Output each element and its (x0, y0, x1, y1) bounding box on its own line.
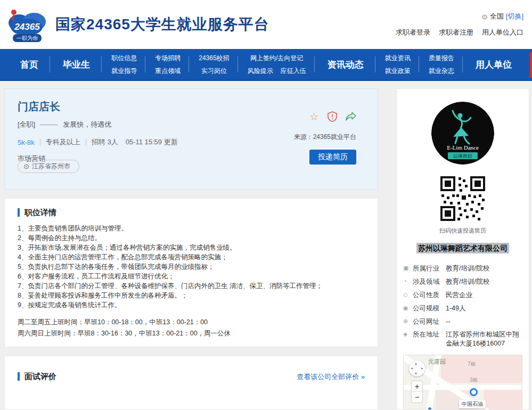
map-zoom-control: + − (411, 381, 423, 403)
field-value: 教育/培训/院校 (446, 264, 522, 273)
detail-line: 1、主要负责销售团队的培训与管理。 (18, 224, 365, 233)
jobseeker-register-link[interactable]: 求职者注册 (439, 28, 473, 37)
company-logo: E-Lim Dance 以琳舞蹈 (431, 102, 494, 165)
header-links: 求职者登录 求职者注册 用人单位入口 (396, 28, 523, 37)
job-headcount: 招聘 3人 (92, 137, 118, 147)
field-label: 涉及领域 (413, 277, 446, 286)
field-value: 教育/培训/院校 (446, 277, 522, 286)
view-all-reviews-link[interactable]: 查看该公司全部评价 » (297, 372, 365, 382)
content-area: 门店店长 [全职] 发展快，待遇优 5k-8k 专科及以上 招聘 3人 05-1… (0, 81, 532, 410)
field-industry: ▣ 所属行业 教育/培训/院校 (403, 264, 522, 273)
nav-group-signing: 网上签约/去向登记 风险提示 应征入伍 (240, 54, 314, 76)
nav-item-employment-magazine[interactable]: 就业杂志 (429, 67, 454, 76)
map-compass-control[interactable]: ▴ ▾ ◂ ▸ (409, 360, 425, 376)
field-label: 公司性质 (413, 291, 446, 300)
industry-icon: ▣ (403, 264, 413, 273)
field-value: 江苏省苏州市相城区中翔金融大厦16楼16007 (446, 330, 522, 348)
field-company-type: ◇ 公司性质 民营企业 (403, 291, 522, 300)
jobseeker-login-link[interactable]: 求职者登录 (396, 28, 430, 37)
logo-title-area: 24365 一职为你 国家24365大学生就业服务平台 (6, 6, 269, 43)
map-label-building7: 7栋 (468, 360, 476, 368)
field-website: ⊕ 公司网址 -- (403, 317, 522, 326)
metro-station-marker[interactable] (470, 388, 478, 396)
field-value: 1-49人 (446, 304, 522, 313)
company-location-map[interactable]: 元露园 7栋 3栋 中国石油 P ▴ ▾ ◂ ▸ + − (403, 355, 522, 410)
website-globe-icon: ⊕ (403, 317, 413, 326)
page-title: 国家24365大学生就业服务平台 (55, 14, 269, 35)
detail-line: 2、每周例会的主持与总结。 (18, 233, 365, 243)
field-domain: ◔ 涉及领域 教育/培训/院校 (403, 277, 522, 286)
compass-up-icon[interactable]: ▴ (415, 361, 417, 366)
job-type: [全职] (18, 120, 35, 129)
nav-item-news[interactable]: 资讯动态 (317, 59, 374, 71)
company-size-icon: ◉ (403, 304, 413, 313)
meta-divider (40, 139, 40, 145)
job-location-label: 江苏省苏州市 (32, 162, 70, 171)
company-name: 苏州以琳舞蹈艺术有限公司 (403, 243, 522, 253)
nav-item-employment-info[interactable]: 就业资讯 (385, 54, 411, 63)
zoom-in-button[interactable]: + (412, 381, 422, 392)
report-shield-icon[interactable] (328, 111, 337, 122)
nav-item-enlistment[interactable]: 应征入伍 (281, 67, 306, 76)
map-label-gas-station: 中国石油 (459, 400, 486, 408)
compass-left-icon[interactable]: ◂ (411, 366, 413, 371)
compass-right-icon[interactable]: ▸ (421, 366, 423, 371)
nav-item-internships[interactable]: 实习岗位 (199, 67, 229, 76)
job-detail-body: 1、主要负责销售团队的培训与管理。 2、每周例会的主持与总结。 3、开拓新市场,… (18, 224, 365, 310)
job-summary-card: 门店店长 [全职] 发展快，待遇优 5k-8k 专科及以上 招聘 3人 05-1… (4, 88, 378, 190)
compass-down-icon[interactable]: ▾ (415, 371, 417, 376)
detail-line: 5、负责执行总部下达的各项任务，带领团队完成每月的业绩指标； (18, 262, 365, 272)
nav-item-key-fields[interactable]: 重点领域 (155, 67, 181, 76)
nav-group-campus: 24365校招 实习岗位 (191, 54, 236, 76)
nav-group-info: 就业资讯 就业政策 (378, 54, 418, 76)
field-label: 所在地址 (413, 330, 446, 348)
nav-item-graduates[interactable]: 毕业生 (52, 59, 101, 71)
map-pin-marker[interactable] (427, 406, 432, 410)
apply-button[interactable]: 投递简历 (309, 150, 356, 165)
schedule-line: 周六周日上班时间：早班8：30-16：30，中班13：00-21：00，周一公休 (18, 328, 365, 339)
job-source: 来源：24365就业平台 (294, 133, 356, 142)
review-title: 面试评价 (18, 372, 56, 381)
left-column: 门店店长 [全职] 发展快，待遇优 5k-8k 专科及以上 招聘 3人 05-1… (4, 88, 378, 410)
nav-group-jobs: 职位信息 就业指导 (104, 54, 144, 76)
share-icon[interactable] (346, 112, 356, 121)
job-detail-card: 职位详情 1、主要负责销售团队的培训与管理。 2、每周例会的主持与总结。 3、开… (4, 198, 378, 347)
job-updated: 05-11 15:59 更新 (126, 137, 178, 147)
job-education: 专科及以上 (46, 137, 80, 147)
nav-item-special-fairs[interactable]: 专场招聘 (155, 54, 181, 63)
employer-entry-link[interactable]: 用人单位入口 (482, 28, 523, 37)
detail-line: 7、负责门店各个部门的分工管理、各种设备维护保养、门店内外的卫生 清洁、保卫、消… (18, 281, 365, 291)
company-name-text: 苏州以琳舞蹈艺术有限公司 (416, 243, 509, 253)
nav-item-home[interactable]: 首页 (10, 59, 49, 71)
address-pin-icon: ◈ (403, 330, 413, 348)
favorite-star-icon[interactable]: ☆ (309, 111, 319, 122)
logo-slogan: 一职为你 (17, 35, 38, 41)
nav-signing-row2: 风险提示 应征入伍 (248, 67, 306, 76)
qr-hint: 扫码快速投递简历 (403, 227, 522, 235)
nav-item-employer[interactable]: 用人单位 (465, 59, 522, 71)
qr-code (440, 176, 485, 223)
field-label: 公司规模 (413, 304, 446, 313)
nav-item-quality-report[interactable]: 质量报告 (429, 54, 454, 63)
map-label-building3: 3栋 (470, 376, 478, 384)
nav-item-online-signing[interactable]: 网上签约/去向登记 (248, 54, 306, 63)
nav-item-campus-recruit[interactable]: 24365校招 (199, 54, 229, 63)
company-fields: ▣ 所属行业 教育/培训/院校 ◔ 涉及领域 教育/培训/院校 ◇ 公司性质 民… (403, 264, 522, 348)
site-logo-icon[interactable]: 24365 一职为你 (6, 6, 48, 43)
company-logo-ribbon: 以琳舞蹈 (453, 153, 472, 159)
double-arrow-icon: » (361, 373, 365, 381)
zoom-out-button[interactable]: − (412, 392, 422, 403)
nav-item-risk-alert[interactable]: 风险提示 (248, 67, 273, 76)
region-switch-link[interactable]: [切换] (506, 12, 523, 21)
domain-icon: ◔ (403, 277, 413, 286)
location-pin-icon: ⊙ (23, 162, 29, 170)
nav-group-fairs: 专场招聘 重点领域 (148, 54, 188, 76)
review-link-text: 查看该公司全部评价 (297, 373, 359, 381)
nav-item-job-info[interactable]: 职位信息 (111, 54, 137, 63)
job-salary: 5k-8k (18, 138, 35, 146)
nav-group-reports: 质量报告 就业杂志 (421, 54, 462, 76)
action-icons-row: ☆ (309, 111, 356, 122)
nav-item-employment-policy[interactable]: 就业政策 (385, 67, 411, 76)
interview-review-card: 面试评价 查看该公司全部评价 » (4, 356, 378, 410)
nav-item-career-guidance[interactable]: 就业指导 (111, 67, 137, 76)
